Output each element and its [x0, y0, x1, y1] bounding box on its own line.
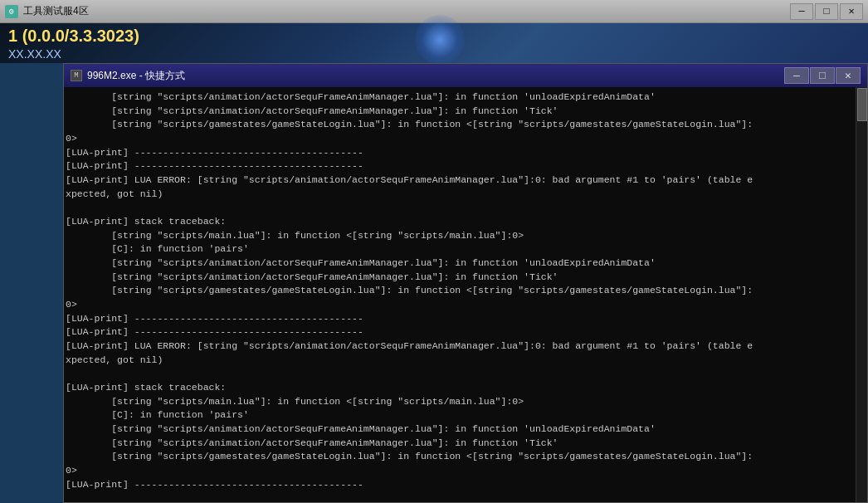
background-text: 1 (0.0.0/3.3.3023) XX.XX.XX [8, 27, 139, 61]
console-titlebar: M 996M2.exe - 快捷方式 — □ ✕ [64, 64, 867, 87]
taskbar-minimize-button[interactable]: — [790, 3, 813, 20]
console-minimize-button[interactable]: — [784, 67, 809, 84]
console-close-button[interactable]: ✕ [836, 67, 861, 84]
taskbar-app-icon: ⚙ [5, 5, 18, 18]
console-maximize-button[interactable]: □ [810, 67, 835, 84]
console-app-icon: M [71, 70, 82, 81]
taskbar-close-button[interactable]: ✕ [840, 3, 863, 20]
console-title: 996M2.exe - 快捷方式 [87, 69, 185, 83]
console-controls: — □ ✕ [784, 67, 861, 84]
console-output: [string "scripts/animation/actorSequFram… [66, 90, 866, 491]
taskbar-maximize-button[interactable]: □ [815, 3, 838, 20]
scrollbar-thumb[interactable] [857, 88, 867, 121]
taskbar-icon-symbol: ⚙ [9, 7, 14, 17]
background-area: 1 (0.0.0/3.3.3023) XX.XX.XX [0, 23, 868, 63]
background-subtitle: XX.XX.XX [8, 47, 139, 61]
taskbar-title: 工具测试服4区 [23, 4, 89, 18]
console-icon-letter: M [74, 71, 78, 80]
console-scrollbar[interactable] [856, 87, 867, 502]
background-title: 1 (0.0.0/3.3.3023) [8, 27, 139, 46]
background-glow [415, 15, 465, 65]
console-body[interactable]: [string "scripts/animation/actorSequFram… [64, 87, 867, 502]
console-window: M 996M2.exe - 快捷方式 — □ ✕ [string "script… [63, 63, 868, 503]
taskbar-controls: — □ ✕ [790, 3, 863, 20]
